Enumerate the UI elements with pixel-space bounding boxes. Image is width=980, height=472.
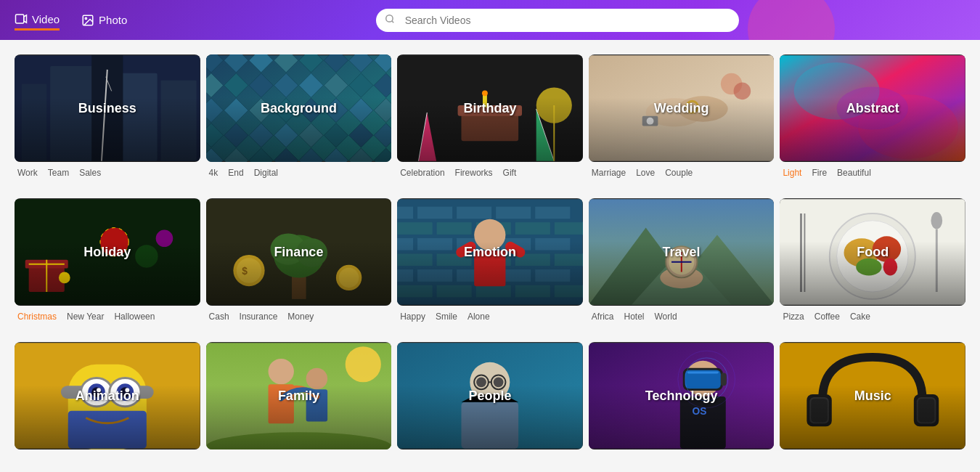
tag-travel-1[interactable]: Hotel <box>621 310 647 327</box>
tag-finance-1[interactable]: Insurance <box>237 310 281 327</box>
search-input[interactable] <box>376 9 739 32</box>
category-card-finance[interactable]: $ Finance <box>206 198 392 306</box>
svg-marker-1 <box>24 15 27 23</box>
main-content: BusinessWorkTeamSales Background4kEndDig… <box>0 40 980 472</box>
category-wrap-people: People <box>397 342 583 472</box>
tag-holiday-2[interactable]: Halloween <box>111 310 158 327</box>
tag-row-music <box>780 454 965 471</box>
tag-travel-0[interactable]: Africa <box>589 310 617 327</box>
tag-row-finance: CashInsuranceMoney <box>206 310 392 327</box>
category-card-food[interactable]: Food <box>780 198 965 306</box>
category-card-technology[interactable]: OS Technology <box>589 342 775 449</box>
card-label-finance: Finance <box>274 245 323 260</box>
category-card-birthday[interactable]: Birthday <box>397 54 583 162</box>
svg-point-3 <box>85 17 86 19</box>
tag-row-holiday: ChristmasNew YearHalloween <box>15 310 200 327</box>
tag-finance-2[interactable]: Money <box>285 310 317 327</box>
category-wrap-holiday: HolidayChristmasNew YearHalloween <box>15 198 200 336</box>
card-label-wedding: Wedding <box>654 101 709 116</box>
tag-business-0[interactable]: Work <box>15 166 41 184</box>
tag-row-animation <box>15 454 200 471</box>
tag-row-emotion: HappySmileAlone <box>397 310 583 327</box>
card-label-animation: Animation <box>75 388 139 404</box>
tag-finance-0[interactable]: Cash <box>206 310 232 327</box>
tag-birthday-2[interactable]: Gift <box>500 166 520 184</box>
card-label-abstract: Abstract <box>846 101 899 116</box>
category-card-background[interactable]: Background <box>206 54 392 162</box>
nav-video[interactable]: Video <box>15 9 60 30</box>
category-wrap-animation: Animation <box>15 342 200 472</box>
card-label-emotion: Emotion <box>464 245 516 260</box>
tag-background-2[interactable]: Digital <box>251 166 281 184</box>
category-card-people[interactable]: People <box>397 342 583 449</box>
tag-birthday-0[interactable]: Celebration <box>397 166 447 184</box>
tag-row-food: PizzaCoffeeCake <box>780 310 965 327</box>
category-card-animation[interactable]: Animation <box>15 342 200 449</box>
category-card-emotion[interactable]: Emotion <box>397 198 583 306</box>
tag-emotion-2[interactable]: Alone <box>465 310 493 327</box>
card-label-music: Music <box>854 388 891 404</box>
tag-food-1[interactable]: Coffee <box>812 310 843 327</box>
tag-row-family <box>206 454 392 471</box>
card-label-technology: Technology <box>645 388 718 404</box>
tag-food-2[interactable]: Cake <box>847 310 873 327</box>
category-card-holiday[interactable]: Holiday <box>15 198 200 306</box>
tag-row-technology <box>589 454 775 471</box>
header: Video Photo <box>0 0 980 40</box>
nav-photo[interactable]: Photo <box>81 11 127 30</box>
tag-emotion-1[interactable]: Smile <box>433 310 460 327</box>
category-card-travel[interactable]: Travel <box>589 198 775 306</box>
tag-food-0[interactable]: Pizza <box>780 310 807 327</box>
category-wrap-food: FoodPizzaCoffeeCake <box>780 198 965 336</box>
search-bar <box>376 9 739 32</box>
search-icon <box>385 14 395 27</box>
card-label-holiday: Holiday <box>83 245 131 260</box>
category-card-wedding[interactable]: Wedding <box>589 54 775 162</box>
category-wrap-music: Music <box>780 342 965 472</box>
tag-row-background: 4kEndDigital <box>206 166 392 184</box>
category-card-business[interactable]: Business <box>15 54 200 162</box>
card-label-business: Business <box>78 101 136 116</box>
tag-travel-2[interactable]: World <box>652 310 680 327</box>
tag-holiday-1[interactable]: New Year <box>64 310 107 327</box>
tag-wedding-1[interactable]: Love <box>633 166 658 184</box>
category-wrap-emotion: EmotionHappySmileAlone <box>397 198 583 336</box>
category-wrap-birthday: BirthdayCelebrationFireworksGift <box>397 54 583 192</box>
category-card-abstract[interactable]: Abstract <box>780 54 965 162</box>
card-label-background: Background <box>261 101 337 116</box>
tag-row-wedding: MarriageLoveCouple <box>589 166 775 184</box>
tag-background-0[interactable]: 4k <box>206 166 221 184</box>
svg-point-4 <box>385 15 392 21</box>
svg-rect-0 <box>16 15 24 23</box>
category-grid: BusinessWorkTeamSales Background4kEndDig… <box>15 54 965 472</box>
tag-business-2[interactable]: Sales <box>76 166 104 184</box>
tag-abstract-2[interactable]: Beautiful <box>834 166 874 184</box>
card-label-birthday: Birthday <box>463 101 516 116</box>
category-wrap-finance: $ FinanceCashInsuranceMoney <box>206 198 392 336</box>
tag-birthday-1[interactable]: Fireworks <box>452 166 496 184</box>
tag-abstract-1[interactable]: Fire <box>809 166 830 184</box>
tag-row-abstract: LightFireBeautiful <box>780 166 965 184</box>
category-wrap-wedding: WeddingMarriageLoveCouple <box>589 54 775 192</box>
category-card-music[interactable]: Music <box>780 342 965 449</box>
tag-wedding-0[interactable]: Marriage <box>589 166 629 184</box>
tag-row-people <box>397 454 583 471</box>
nav-video-label: Video <box>32 13 60 25</box>
category-wrap-technology: OS Technology <box>589 342 775 472</box>
tag-background-1[interactable]: End <box>225 166 246 184</box>
tag-abstract-0[interactable]: Light <box>780 166 804 184</box>
category-wrap-family: Family <box>206 342 392 472</box>
category-wrap-business: BusinessWorkTeamSales <box>15 54 200 192</box>
tag-holiday-0[interactable]: Christmas <box>15 310 60 327</box>
category-wrap-travel: TravelAfricaHotelWorld <box>589 198 775 336</box>
tag-row-travel: AfricaHotelWorld <box>589 310 775 327</box>
tag-business-1[interactable]: Team <box>45 166 72 184</box>
category-card-family[interactable]: Family <box>206 342 392 449</box>
category-wrap-abstract: AbstractLightFireBeautiful <box>780 54 965 192</box>
category-wrap-background: Background4kEndDigital <box>206 54 392 192</box>
card-label-travel: Travel <box>663 245 701 260</box>
svg-line-5 <box>391 20 393 23</box>
tag-wedding-2[interactable]: Couple <box>662 166 695 184</box>
video-icon <box>15 12 28 25</box>
tag-emotion-0[interactable]: Happy <box>397 310 428 327</box>
